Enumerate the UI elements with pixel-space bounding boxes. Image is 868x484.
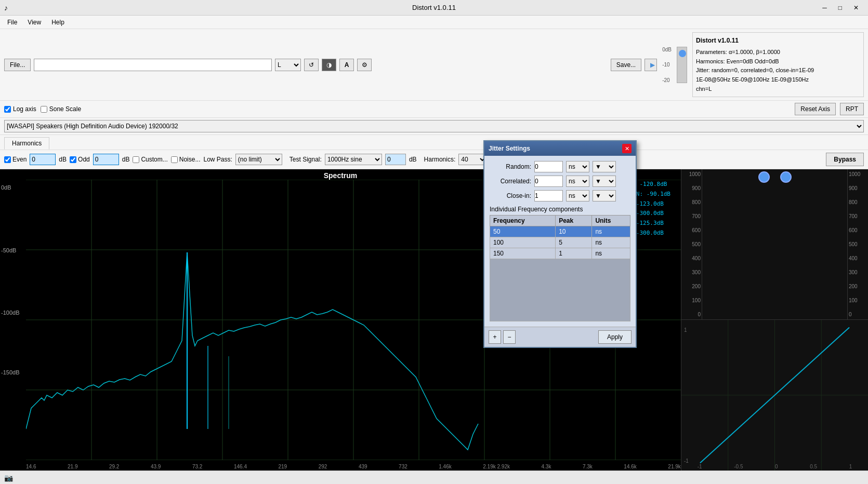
vu-left-scale: 1000 900 800 700 600 500 400 300 200 100…: [681, 169, 702, 319]
rpt-button[interactable]: RPT: [840, 103, 864, 115]
even-input[interactable]: [30, 154, 56, 165]
dialog-body: Random: ns ▼ Correlated: ns ▼: [484, 156, 636, 327]
db-neg20: -20: [662, 77, 672, 83]
harmonics-select[interactable]: 40: [458, 154, 487, 165]
custom-label[interactable]: Custom...: [133, 156, 167, 163]
minimize-button[interactable]: ─: [817, 2, 832, 14]
menu-help[interactable]: Help: [46, 17, 70, 28]
cell-units-2: ns: [592, 237, 630, 248]
noise-checkbox[interactable]: [171, 156, 178, 163]
tab-harmonics[interactable]: Harmonics: [4, 137, 49, 150]
controls-row: Even dB Odd dB Custom... Noise... Low Pa…: [0, 150, 868, 169]
vu-right-scale: 1000 900 800 700 600 500 400 300 200 100…: [847, 169, 868, 319]
db-scale-150: -150dB: [1, 369, 19, 375]
random-input[interactable]: [534, 161, 563, 172]
file-path-input[interactable]: [34, 59, 272, 71]
harmonics-label: Harmonics:: [424, 156, 456, 163]
log-axis-checkbox[interactable]: [4, 106, 11, 113]
menubar: File View Help: [0, 16, 868, 29]
random-row: Random: ns ▼: [490, 161, 630, 172]
cell-units-3: ns: [592, 248, 630, 259]
noise-label[interactable]: Noise...: [171, 156, 201, 163]
table-row[interactable]: 150 1 ns: [490, 248, 630, 259]
spectrum-title: Spectrum: [324, 171, 358, 180]
window-controls: ─ □ ✕: [817, 2, 864, 14]
main-container: File... LR ↺ ◑ A ⚙ Save... ▶ 0dB -10 -20…: [0, 29, 868, 484]
cell-freq-1: 50: [490, 226, 556, 237]
device-select[interactable]: [WASAPI] Speakers (High Definition Audio…: [4, 120, 864, 132]
titlebar: ♪ Distort v1.0.11 ─ □ ✕: [0, 0, 868, 16]
test-signal-select[interactable]: 1000Hz sine: [325, 154, 382, 165]
odd-label[interactable]: Odd: [70, 156, 90, 163]
tab-bar: Harmonics: [0, 135, 868, 150]
sone-scale-label[interactable]: Sone Scale: [41, 105, 81, 113]
col-frequency: Frequency: [490, 216, 556, 226]
cell-peak-1: 10: [556, 226, 592, 237]
correlated-label: Correlated:: [490, 178, 531, 185]
custom-checkbox[interactable]: [133, 156, 139, 163]
closein-unit-select[interactable]: ns: [566, 190, 589, 201]
correlated-type-select[interactable]: ▼: [593, 176, 616, 187]
menu-view[interactable]: View: [22, 17, 46, 28]
dialog-title: Jitter Settings: [489, 145, 530, 152]
bypass-button[interactable]: Bypass: [826, 153, 864, 166]
cell-units-1: ns: [592, 226, 630, 237]
jitter-dialog: Jitter Settings ✕ Random: ns ▼ Correlate…: [483, 140, 637, 348]
even-unit: dB: [59, 156, 67, 163]
cell-freq-3: 150: [490, 248, 556, 259]
col-peak: Peak: [556, 216, 592, 226]
auto-button[interactable]: A: [339, 59, 354, 71]
theme-toggle-dark[interactable]: ◑: [322, 59, 336, 71]
play-button[interactable]: ▶: [645, 59, 657, 71]
closein-input[interactable]: [534, 190, 563, 201]
freq-scale: 14.6 21.9 29.2 43.9 73.2 146.4 219 292 4…: [26, 464, 681, 469]
dialog-footer: + − Apply: [484, 327, 636, 347]
odd-input[interactable]: [93, 154, 119, 165]
file-button[interactable]: File...: [4, 59, 31, 71]
cell-freq-2: 100: [490, 237, 556, 248]
even-label[interactable]: Even: [4, 156, 27, 163]
empty-area: [490, 259, 630, 321]
log-axis-label[interactable]: Log axis: [4, 105, 36, 113]
table-row[interactable]: 50 10 ns: [490, 226, 630, 237]
db-scale-100: -100dB: [1, 310, 19, 316]
refresh-button[interactable]: ↺: [304, 59, 319, 71]
random-type-select[interactable]: ▼: [593, 161, 616, 172]
vu-indicator-left: [758, 171, 770, 183]
menu-file[interactable]: File: [2, 17, 22, 28]
waveform-x-scale: -1 -0.5 0 0.5 1: [681, 464, 868, 469]
close-button[interactable]: ✕: [848, 2, 864, 14]
db-0: 0dB: [662, 47, 672, 52]
reset-axis-button[interactable]: Reset Axis: [795, 103, 836, 115]
maximize-button[interactable]: □: [833, 2, 847, 14]
channel-select[interactable]: LR: [275, 59, 301, 71]
correlated-input[interactable]: [534, 176, 563, 187]
random-label: Random:: [490, 163, 531, 170]
sone-scale-checkbox[interactable]: [41, 106, 47, 113]
dialog-close-button[interactable]: ✕: [622, 144, 632, 153]
lowpass-label: Low Pass:: [203, 156, 232, 163]
random-unit-select[interactable]: ns: [566, 161, 589, 172]
app-icon: ♪: [4, 4, 8, 12]
closein-row: Close-in: ns ▼: [490, 190, 630, 201]
remove-row-button[interactable]: −: [503, 330, 516, 344]
table-row[interactable]: 100 5 ns: [490, 237, 630, 248]
correlated-unit-select[interactable]: ns: [566, 176, 589, 187]
db-scale-0: 0dB: [1, 185, 11, 191]
test-db-unit: dB: [409, 156, 417, 163]
test-db-input[interactable]: [385, 154, 406, 165]
db-scale-50: -50dB: [1, 247, 16, 253]
correlated-row: Correlated: ns ▼: [490, 176, 630, 187]
apply-button[interactable]: Apply: [598, 330, 632, 344]
save-button[interactable]: Save...: [611, 59, 641, 71]
settings-button[interactable]: ⚙: [357, 59, 372, 71]
closein-type-select[interactable]: ▼: [593, 190, 616, 201]
even-checkbox[interactable]: [4, 156, 11, 163]
lowpass-select[interactable]: (no limit): [235, 154, 282, 165]
odd-unit: dB: [122, 156, 130, 163]
right-panel: 1000 900 800 700 600 500 400 300 200 100…: [681, 169, 868, 470]
add-row-button[interactable]: +: [489, 330, 501, 344]
odd-checkbox[interactable]: [70, 156, 76, 163]
cell-peak-2: 5: [556, 237, 592, 248]
svg-text:-1: -1: [684, 459, 689, 464]
